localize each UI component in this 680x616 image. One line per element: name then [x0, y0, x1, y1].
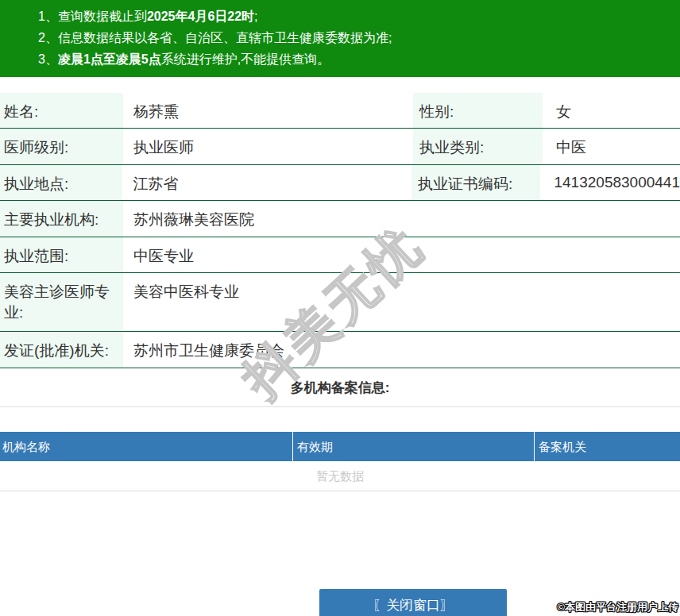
column-header-institution-name: 机构名称: [0, 432, 293, 461]
notice-number: 3、: [38, 52, 58, 66]
field-label-practice-scope: 执业范围:: [0, 237, 123, 272]
table-row: 发证(批准)机关: 苏州市卫生健康委员会: [0, 332, 680, 368]
table-row: 姓名: 杨荞熏 性别: 女: [0, 93, 680, 129]
field-value-main-institution: 苏州薇琳美容医院: [123, 201, 680, 237]
field-value-issuing-authority: 苏州市卫生健康委员会: [123, 332, 680, 368]
table-row: 执业范围: 中医专业: [0, 237, 680, 273]
field-value-name: 杨荞熏: [123, 93, 413, 128]
notice-line: 2、信息数据结果以各省、自治区、直辖市卫生健康委数据为准;: [0, 27, 680, 48]
notice-banner: 1、查询数据截止到2025年4月6日22时; 2、信息数据结果以各省、自治区、直…: [0, 0, 680, 77]
no-data-message: 暂无数据: [0, 461, 680, 491]
notice-number: 1、: [38, 10, 58, 23]
field-value-certificate-number: 141320583000441: [540, 165, 680, 200]
field-value-cosmetic-specialty: 美容中医科专业: [123, 273, 680, 331]
field-label-certificate-number: 执业证书编码:: [411, 165, 540, 200]
copyright-stamp: ©本图由平台注册用户上传: [557, 600, 678, 614]
close-window-button[interactable]: 〖关闭窗口〗: [319, 589, 507, 616]
notice-number: 2、: [38, 31, 58, 44]
table-row: 美容主诊医师专业: 美容中医科专业: [0, 273, 680, 332]
practitioner-info-table: 姓名: 杨荞熏 性别: 女 医师级别: 执业医师 执业类别: 中医 执业地点: …: [0, 93, 680, 368]
table-row: 医师级别: 执业医师 执业类别: 中医: [0, 129, 680, 165]
column-header-validity-period: 有效期: [293, 432, 535, 461]
field-label-doctor-level: 医师级别:: [0, 129, 123, 164]
divider: [0, 406, 680, 407]
field-value-practice-category: 中医: [543, 129, 680, 164]
field-label-name: 姓名:: [0, 93, 123, 128]
field-label-practice-category: 执业类别:: [413, 129, 543, 164]
field-label-gender: 性别:: [413, 93, 543, 128]
table-row: 执业地点: 江苏省 执业证书编码: 141320583000441: [0, 165, 680, 201]
field-label-practice-location: 执业地点:: [0, 165, 122, 200]
field-label-issuing-authority: 发证(批准)机关:: [0, 332, 123, 368]
column-header-filing-authority: 备案机关: [535, 432, 680, 461]
table-row: 主要执业机构: 苏州薇琳美容医院: [0, 201, 680, 237]
field-value-practice-location: 江苏省: [122, 165, 411, 200]
field-label-main-institution: 主要执业机构:: [0, 201, 123, 237]
notice-line: 1、查询数据截止到2025年4月6日22时;: [0, 6, 680, 27]
field-label-cosmetic-specialty: 美容主诊医师专业:: [0, 273, 123, 331]
filing-table-header: 机构名称 有效期 备案机关: [0, 432, 680, 461]
field-value-practice-scope: 中医专业: [123, 237, 680, 272]
filing-section-title: 多机构备案信息:: [0, 379, 680, 397]
notice-line: 3、凌晨1点至凌晨5点系统进行维护,不能提供查询。: [0, 48, 680, 70]
field-value-gender: 女: [543, 93, 680, 128]
field-value-doctor-level: 执业医师: [123, 129, 413, 164]
